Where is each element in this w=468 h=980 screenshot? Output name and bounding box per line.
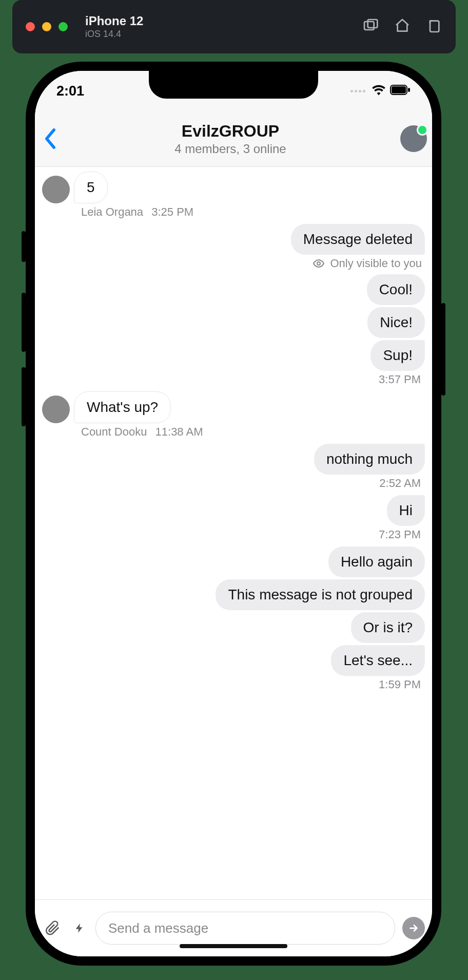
message-text: Message deleted (291, 224, 425, 255)
svg-rect-0 (364, 22, 374, 30)
message-text: Let's see... (331, 645, 425, 676)
message-meta: 1:59 PM (42, 678, 425, 691)
message-in[interactable]: What's up? (42, 391, 425, 423)
wifi-icon (372, 84, 386, 98)
message-out[interactable]: Nice! (42, 307, 425, 338)
simulator-os-label: iOS 14.4 (85, 29, 143, 40)
instant-command-button[interactable] (71, 920, 88, 936)
sent-time: 1:59 PM (379, 678, 421, 691)
message-text: This message is not grouped (216, 579, 425, 610)
message-out[interactable]: Cool! (42, 274, 425, 305)
minimize-window-button[interactable] (42, 22, 51, 31)
message-out[interactable]: Let's see... (42, 645, 425, 676)
send-button[interactable] (402, 917, 425, 939)
message-text: Hello again (328, 546, 425, 577)
eye-icon (313, 257, 325, 270)
sender-name: Leia Organa (81, 205, 143, 218)
message-out[interactable]: Hello again (42, 546, 425, 577)
message-meta: Count Dooku 11:38 AM (42, 425, 425, 439)
message-out[interactable]: Message deleted (42, 224, 425, 255)
chat-header: EvilzGROUP 4 members, 3 online (35, 111, 432, 167)
paperclip-icon (45, 920, 61, 936)
message-list[interactable]: 5 Leia Organa 3:25 PM Message deleted On… (35, 166, 432, 900)
header-avatar[interactable] (395, 125, 432, 152)
sender-name: Count Dooku (81, 425, 147, 438)
battery-icon (390, 85, 411, 97)
home-icon[interactable] (394, 17, 411, 36)
arrow-right-icon (408, 922, 419, 934)
sent-time: 2:52 AM (379, 477, 421, 489)
message-input-placeholder: Send a message (108, 920, 208, 936)
fullscreen-window-button[interactable] (59, 22, 68, 31)
chat-subtitle: 4 members, 3 online (66, 142, 395, 156)
message-meta: Leia Organa 3:25 PM (42, 205, 425, 219)
svg-rect-2 (430, 21, 439, 32)
cellular-icon (350, 90, 365, 92)
system-notice: Only visible to you (45, 257, 422, 270)
message-text: nothing much (314, 444, 425, 475)
simulator-device-label: iPhone 12 (85, 14, 143, 28)
message-out[interactable]: Or is it? (42, 612, 425, 643)
chat-title: EvilzGROUP (66, 122, 395, 141)
message-out[interactable]: This message is not grouped (42, 579, 425, 610)
sent-time: 7:23 PM (379, 528, 421, 541)
sent-time: 3:57 PM (379, 373, 421, 386)
avatar-leia[interactable] (42, 176, 70, 203)
message-text: Nice! (367, 307, 425, 338)
rotate-icon[interactable] (426, 17, 442, 36)
screenshot-icon[interactable] (362, 17, 379, 36)
window-traffic-lights (26, 22, 68, 31)
message-text: Hi (387, 495, 425, 526)
svg-rect-1 (368, 20, 378, 28)
simulator-titlebar: iPhone 12 iOS 14.4 (12, 0, 456, 53)
svg-rect-5 (408, 88, 410, 92)
message-meta: 2:52 AM (42, 477, 425, 490)
message-input[interactable]: Send a message (95, 912, 395, 945)
avatar-dooku[interactable] (42, 395, 70, 423)
message-text: 5 (74, 172, 108, 203)
message-out[interactable]: nothing much (42, 444, 425, 475)
attach-button[interactable] (42, 920, 64, 936)
message-text: What's up? (74, 391, 171, 423)
message-text: Sup! (371, 340, 425, 371)
presence-indicator (417, 124, 428, 136)
home-indicator[interactable] (180, 944, 287, 948)
message-in[interactable]: 5 (42, 172, 425, 203)
status-time: 2:01 (56, 83, 84, 99)
sent-time: 11:38 AM (155, 425, 203, 438)
svg-point-6 (317, 262, 320, 265)
message-text: Or is it? (351, 612, 425, 643)
device-frame: 2:01 EvilzGROUP 4 members, 3 (26, 62, 441, 966)
message-text: Cool! (367, 274, 425, 305)
sent-time: 3:25 PM (151, 205, 193, 218)
back-button[interactable] (35, 128, 66, 149)
lightning-icon (74, 920, 85, 936)
message-meta: 7:23 PM (42, 528, 425, 541)
close-window-button[interactable] (26, 22, 35, 31)
device-notch (149, 71, 318, 99)
message-meta: 3:57 PM (42, 373, 425, 386)
chat-title-block[interactable]: EvilzGROUP 4 members, 3 online (66, 122, 395, 156)
message-out[interactable]: Sup! (42, 340, 425, 371)
message-out[interactable]: Hi (42, 495, 425, 526)
svg-rect-4 (392, 86, 406, 93)
